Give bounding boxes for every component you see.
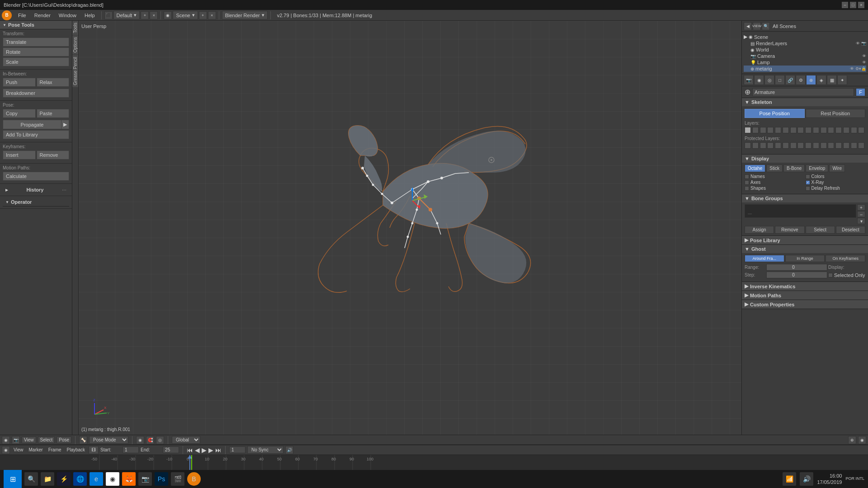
mode-dropdown[interactable]: Pose Mode Object Mode Edit Mode (89, 436, 128, 444)
propagate-arrow-button[interactable]: ▶ (61, 120, 69, 129)
sync-dropdown[interactable]: No Sync (247, 446, 283, 454)
octahe-button[interactable]: Octahe (745, 164, 765, 172)
remove-button[interactable]: Remove (37, 150, 70, 160)
scale-button[interactable]: Scale (3, 57, 69, 66)
current-frame-field[interactable] (229, 446, 245, 453)
layer-4[interactable] (767, 127, 774, 133)
tl-frame-button[interactable]: Frame (47, 447, 63, 453)
side-tab-options[interactable]: Options (72, 35, 78, 54)
steam-icon[interactable]: ⚡ (57, 472, 71, 486)
step-input[interactable] (766, 272, 827, 278)
layer-6[interactable] (783, 127, 789, 133)
menu-help[interactable]: Help (81, 12, 99, 19)
scene-icon[interactable]: ◉ (164, 11, 172, 19)
del-bone-group-button[interactable]: – (857, 211, 865, 217)
delay-refresh-checkbox[interactable] (806, 186, 810, 191)
layer-8[interactable] (797, 127, 804, 133)
layout-dropdown[interactable]: Default ▾ (113, 11, 140, 19)
app3-icon[interactable]: B (187, 472, 201, 486)
ik-header[interactable]: ▶ Inverse Kinematics (742, 282, 868, 291)
prot-layer-12[interactable] (828, 142, 834, 149)
in-range-button[interactable]: In Range (785, 255, 825, 262)
menu-window[interactable]: Window (55, 12, 80, 19)
prot-layer-3[interactable] (760, 142, 766, 149)
material-prop-icon[interactable]: ◈ (816, 75, 826, 85)
pose-menu-button[interactable]: Pose (57, 436, 71, 443)
prev-frame-button[interactable]: ◀ (195, 446, 200, 454)
jump-start-button[interactable]: ⏮ (187, 446, 193, 454)
tl-view-button[interactable]: View (12, 447, 25, 453)
wire-button[interactable]: Wire (829, 164, 845, 172)
engine-dropdown[interactable]: Blender Render ▾ (222, 11, 268, 19)
layer-10[interactable] (813, 127, 819, 133)
menu-render[interactable]: Render (31, 12, 54, 19)
selected-only-checkbox[interactable] (828, 273, 833, 277)
layer-16[interactable] (858, 127, 864, 133)
prop-edit-icon[interactable]: ◎ (156, 436, 164, 444)
stick-button[interactable]: Stick (766, 164, 783, 172)
close-button[interactable]: × (858, 2, 864, 8)
skeleton-header[interactable]: ▼ Skeleton (742, 98, 868, 106)
photoshop-icon[interactable]: Ps (155, 472, 168, 486)
pivot-icon[interactable]: ◉ (136, 436, 144, 444)
shapes-checkbox[interactable] (745, 186, 749, 191)
prot-layer-16[interactable] (858, 142, 864, 149)
timeline-icon[interactable]: ◉ (2, 446, 10, 454)
prot-layer-11[interactable] (821, 142, 827, 149)
add-to-library-button[interactable]: Add To Library (3, 130, 69, 139)
pose-tools-header[interactable]: ▼ Pose Tools (0, 21, 72, 29)
ghost-header[interactable]: ▼ Ghost (742, 245, 868, 253)
add-screen-icon[interactable]: + (141, 11, 149, 19)
select-menu-button[interactable]: Select (38, 436, 55, 443)
play-button[interactable]: ▶ (202, 446, 207, 454)
layer-14[interactable] (843, 127, 849, 133)
right-motion-paths-header[interactable]: ▶ Motion Paths (742, 291, 868, 300)
render-prop-icon[interactable]: 📷 (744, 75, 754, 85)
propagate-button[interactable]: Propagate (3, 120, 61, 129)
world-item[interactable]: ◉ World (744, 47, 866, 53)
layer-9[interactable] (805, 127, 811, 133)
viewport[interactable]: User Persp (79, 21, 741, 435)
deselect-bg-button[interactable]: Deselect (836, 226, 865, 234)
del-screen-icon[interactable]: × (150, 11, 158, 19)
rest-position-button[interactable]: Rest Position (806, 109, 866, 118)
snap-icon[interactable]: 🧲 (146, 436, 154, 444)
prot-layer-2[interactable] (752, 142, 759, 149)
firefox-icon[interactable]: 🦊 (122, 472, 136, 486)
texture-prop-icon[interactable]: ▦ (827, 75, 837, 85)
layer-13[interactable] (835, 127, 842, 133)
edge-icon[interactable]: e (90, 472, 103, 486)
prot-layer-1[interactable] (745, 142, 751, 149)
xray-checkbox[interactable] (806, 180, 810, 185)
chrome-icon[interactable]: ◉ (106, 472, 119, 486)
data-prop-icon[interactable]: ⊕ (806, 75, 816, 85)
network-icon[interactable]: 📶 (783, 472, 796, 486)
prot-layer-8[interactable] (797, 142, 804, 149)
ie-icon[interactable]: 🌐 (73, 472, 87, 486)
custom-props-header[interactable]: ▶ Custom Properties (742, 300, 868, 309)
layer-5[interactable] (775, 127, 781, 133)
paste-button[interactable]: Paste (37, 109, 70, 118)
del-scene-icon[interactable]: × (208, 11, 216, 19)
end-field[interactable] (163, 446, 179, 453)
copy-button[interactable]: Copy (3, 109, 36, 118)
menu-file[interactable]: File (14, 12, 30, 19)
prot-layer-9[interactable] (805, 142, 811, 149)
axes-checkbox[interactable] (745, 180, 749, 185)
translate-button[interactable]: Translate (3, 38, 69, 47)
pose-mode-icon[interactable]: 🦴 (79, 436, 87, 444)
scene-dropdown[interactable]: Scene ▾ (173, 11, 198, 19)
prot-layer-4[interactable] (767, 142, 774, 149)
particles-prop-icon[interactable]: ✦ (837, 75, 847, 85)
layer-3[interactable] (760, 127, 766, 133)
app1-icon[interactable]: 📷 (138, 472, 152, 486)
display-header[interactable]: ▼ Display (742, 155, 868, 163)
envelop-button[interactable]: Envelop (806, 164, 828, 172)
world-prop-icon[interactable]: ◎ (764, 75, 774, 85)
move-bone-group-button[interactable]: ▾ (857, 218, 865, 224)
rotate-button[interactable]: Rotate (3, 47, 69, 56)
layer-11[interactable] (821, 127, 827, 133)
search-icon[interactable]: 🔍 (762, 22, 770, 30)
metarig-item[interactable]: ⊕ metarig 👁 ⚙▾🔒 (744, 66, 866, 72)
push-button[interactable]: Push (3, 78, 36, 87)
